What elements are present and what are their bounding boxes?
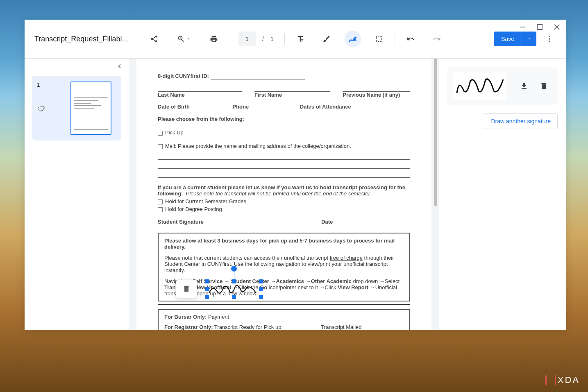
- delete-signature-button[interactable]: [536, 78, 552, 94]
- svg-point-3: [523, 91, 523, 91]
- resize-handle[interactable]: [259, 279, 263, 283]
- resize-handle[interactable]: [259, 295, 263, 299]
- delete-annotation-button[interactable]: [176, 280, 197, 298]
- resize-handle[interactable]: [205, 279, 209, 283]
- form-blank: [211, 73, 305, 79]
- field-label: Last Name: [158, 92, 242, 98]
- scrollbar[interactable]: [434, 59, 437, 206]
- signature-preview: [453, 73, 506, 100]
- page-number-input[interactable]: [238, 32, 256, 46]
- field-label: For Bursar Only:: [164, 314, 207, 320]
- overflow-menu-button[interactable]: [543, 32, 556, 45]
- paragraph: icon/pointer next to it: [267, 284, 319, 290]
- checkbox-label: Hold for Current Semester Grades: [165, 198, 246, 204]
- checkbox: [158, 144, 163, 149]
- field-label: Date: [321, 219, 333, 225]
- draw-another-signature-button[interactable]: Draw another signature: [484, 113, 558, 129]
- page-thumbnail[interactable]: 1: [32, 76, 121, 140]
- resize-handle[interactable]: [232, 295, 236, 299]
- paragraph: Please allow at least 3 business days fo…: [164, 238, 404, 250]
- placed-signature[interactable]: [207, 281, 261, 297]
- signature-card[interactable]: [447, 67, 558, 105]
- paragraph: Academics: [276, 278, 304, 284]
- share-button[interactable]: [146, 31, 162, 47]
- window-maximize-button[interactable]: [536, 24, 543, 30]
- checkbox: [158, 207, 163, 212]
- svg-point-1: [549, 38, 550, 39]
- paragraph: View Report: [338, 284, 368, 290]
- paragraph: Transcript Mailed: [320, 324, 363, 330]
- rotate-handle[interactable]: [231, 266, 237, 272]
- field-label: Previous Name (if any): [343, 92, 410, 98]
- checkbox-label: Mail: Please provide the name and mailin…: [165, 143, 351, 149]
- svg-point-5: [525, 91, 525, 91]
- page-separator: /: [262, 36, 264, 42]
- field-label: 8-digit CUNYfirst ID:: [158, 73, 209, 79]
- field-label: Student Signature: [158, 219, 204, 225]
- resize-handle[interactable]: [205, 287, 209, 291]
- redo-button[interactable]: [429, 31, 445, 47]
- paragraph: Transcript Ready for Pick up: [213, 324, 283, 330]
- save-button[interactable]: Save: [494, 32, 522, 46]
- checkbox-label: Hold for Degree Posting: [165, 206, 222, 212]
- pdf-viewer-window: Transcript_Request_Fillabl... / 1: [25, 20, 566, 330]
- paragraph: drop down: [352, 278, 379, 284]
- footer-box: For Bursar Only: Payment For Registrar O…: [158, 309, 410, 330]
- paragraph: Please note the transcript will not be p…: [186, 190, 372, 197]
- field-label: For Registrar Only:: [164, 324, 213, 330]
- draw-tool-button[interactable]: [318, 31, 335, 47]
- paragraph: Click: [325, 284, 338, 290]
- marquee-tool-button[interactable]: [371, 31, 387, 47]
- text-tool-button[interactable]: [292, 31, 309, 47]
- download-signature-button[interactable]: [516, 78, 532, 94]
- zoom-button[interactable]: [175, 31, 193, 47]
- paragraph: free of charge: [330, 255, 363, 261]
- svg-point-2: [549, 41, 550, 42]
- svg-point-4: [524, 91, 524, 91]
- checkbox-label: Pick Up: [165, 129, 184, 136]
- thumbnail-panel: 1: [25, 59, 129, 330]
- paragraph: Other Academic: [311, 278, 352, 284]
- checkbox: [158, 199, 163, 204]
- undo-button[interactable]: [402, 31, 419, 47]
- paragraph: Payment: [207, 314, 229, 320]
- field-label: First Name: [254, 92, 330, 98]
- separator: [284, 33, 285, 45]
- signature-panel: Draw another signature: [439, 59, 566, 330]
- separator: [395, 33, 395, 45]
- resize-handle[interactable]: [205, 295, 209, 299]
- window-minimize-button[interactable]: [519, 24, 526, 30]
- paragraph: Select: [385, 278, 400, 284]
- document-viewer[interactable]: 8-digit CUNYfirst ID: Last Name First Na…: [129, 59, 439, 330]
- field-label: Please choose from the following:: [158, 116, 244, 122]
- paragraph: Please note that current students can ac…: [164, 255, 330, 261]
- resize-handle[interactable]: [259, 287, 263, 291]
- thumbnail-preview: [70, 82, 111, 135]
- checkbox: [158, 131, 163, 136]
- resize-handle[interactable]: [232, 279, 236, 283]
- toolbar: Transcript_Request_Fillabl... / 1: [25, 20, 566, 58]
- save-dropdown-button[interactable]: [522, 32, 536, 46]
- signature-tool-button[interactable]: [345, 31, 361, 47]
- print-button[interactable]: [206, 31, 222, 47]
- watermark: XDA: [545, 375, 580, 385]
- field-label: Phone: [232, 104, 249, 110]
- page-total: 1: [270, 36, 274, 42]
- field-label: Date of Birth: [158, 104, 190, 110]
- window-close-button[interactable]: [554, 24, 560, 30]
- field-label: Dates of Attendance: [300, 104, 351, 110]
- rotate-thumbnail-icon[interactable]: [37, 104, 45, 114]
- file-title: Transcript_Request_Fillabl...: [34, 35, 129, 43]
- thumbnail-page-number: 1: [37, 82, 40, 88]
- collapse-sidebar-button[interactable]: [25, 59, 129, 74]
- svg-point-0: [549, 36, 550, 37]
